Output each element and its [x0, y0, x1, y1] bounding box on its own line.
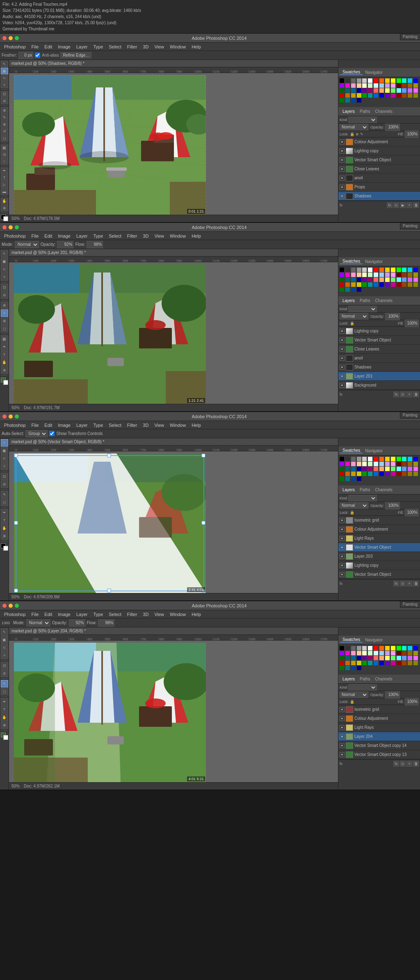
- swatch-color[interactable]: [402, 467, 406, 471]
- swatch-color[interactable]: [408, 472, 412, 476]
- swatch-color[interactable]: [413, 661, 418, 665]
- swatch-color[interactable]: [357, 277, 361, 282]
- swatch-color[interactable]: [340, 661, 344, 665]
- swatch-color[interactable]: [374, 646, 378, 650]
- swatch-color[interactable]: [357, 272, 361, 277]
- menu3-help[interactable]: Help: [189, 423, 203, 428]
- swatch-color[interactable]: [368, 88, 372, 93]
- swatch-color[interactable]: [385, 78, 390, 83]
- crop-tool-4[interactable]: ⊡: [1, 662, 8, 669]
- swatch-color[interactable]: [345, 666, 350, 670]
- magic-wand-tool-3[interactable]: ✧: [1, 463, 8, 470]
- swatch-color[interactable]: [379, 268, 384, 272]
- layer2-background[interactable]: ● Background: [338, 381, 420, 390]
- menu2-filter[interactable]: Filter: [125, 234, 139, 238]
- swatch-color[interactable]: [413, 651, 418, 655]
- swatch-color[interactable]: [357, 98, 361, 103]
- tab-navigator[interactable]: Navigator: [363, 70, 385, 75]
- refine-edge-button[interactable]: Refine Edge...: [60, 52, 91, 58]
- swatch-color[interactable]: [351, 93, 356, 98]
- menu-file[interactable]: File: [29, 44, 41, 49]
- swatch-color[interactable]: [379, 272, 384, 277]
- menu-window[interactable]: Window: [167, 44, 188, 49]
- layer4-vector-copy13[interactable]: ● Vector Smart Object copy 13: [338, 750, 420, 759]
- tab-paths[interactable]: Paths: [357, 109, 373, 114]
- swatch-color[interactable]: [391, 277, 395, 282]
- layer-anvil[interactable]: ● anvil: [338, 174, 420, 183]
- swatch-color[interactable]: [340, 272, 344, 277]
- maximize-button-4[interactable]: [15, 604, 19, 608]
- swatch-color[interactable]: [391, 656, 395, 660]
- swatch-color[interactable]: [408, 88, 412, 93]
- layer-visibility-4[interactable]: ●: [340, 167, 345, 172]
- swatch-color[interactable]: [374, 457, 378, 461]
- eraser-tool-2[interactable]: ◻: [1, 325, 8, 332]
- swatch-color[interactable]: [408, 83, 412, 88]
- menu-filter[interactable]: Filter: [125, 44, 139, 49]
- swatch-color[interactable]: [379, 646, 384, 650]
- gradient-tool-2[interactable]: ▦: [1, 335, 8, 343]
- color-swatches-4[interactable]: [1, 733, 8, 740]
- hand-tool-3[interactable]: ✋: [1, 524, 8, 532]
- eraser-tool-4[interactable]: ◻: [1, 688, 8, 695]
- zoom-tool-3[interactable]: ⊕: [1, 532, 8, 540]
- swatch-color[interactable]: [385, 656, 390, 660]
- move-tool[interactable]: ↖: [1, 61, 8, 67]
- swatch-color[interactable]: [408, 462, 412, 466]
- layer4-colour-adj[interactable]: ● Colour Adjustment: [338, 714, 420, 723]
- menu-help[interactable]: Help: [189, 44, 203, 49]
- swatch-color[interactable]: [385, 457, 390, 461]
- swatch-color[interactable]: [385, 272, 390, 277]
- swatch-color[interactable]: [402, 656, 406, 660]
- swatch-color[interactable]: [357, 78, 361, 83]
- swatch-color[interactable]: [351, 476, 356, 481]
- close-button-4[interactable]: [2, 604, 7, 608]
- swatch-color[interactable]: [362, 457, 367, 461]
- eyedropper-tool-2[interactable]: ⊘: [1, 291, 8, 299]
- swatch-color[interactable]: [397, 268, 401, 272]
- brush-tool-3[interactable]: ✎: [1, 491, 8, 498]
- swatch-color[interactable]: [340, 646, 344, 650]
- swatch-color[interactable]: [368, 277, 372, 282]
- swatch-color[interactable]: [362, 661, 367, 665]
- swatch-color[interactable]: [397, 93, 401, 98]
- swatch-color[interactable]: [351, 83, 356, 88]
- swatch-color[interactable]: [368, 651, 372, 655]
- swatch-color[interactable]: [413, 656, 418, 660]
- swatch-color[interactable]: [357, 268, 361, 272]
- menu-3d[interactable]: 3D: [140, 44, 151, 49]
- menu3-edit[interactable]: Edit: [42, 423, 55, 428]
- swatch-color[interactable]: [362, 462, 367, 466]
- swatch-color[interactable]: [397, 472, 401, 476]
- document-tab-2[interactable]: market.psd @ 50% (Layer 201, RGB/8) *: [9, 249, 338, 256]
- brush-flow-input[interactable]: [87, 241, 103, 248]
- swatch-color[interactable]: [374, 661, 378, 665]
- swatch-color[interactable]: [413, 272, 418, 277]
- swatch-color[interactable]: [397, 78, 401, 83]
- swatch-color[interactable]: [397, 88, 401, 93]
- menu-photoshop[interactable]: Photoshop: [2, 44, 28, 49]
- swatch-color[interactable]: [413, 277, 418, 282]
- swatch-color[interactable]: [379, 282, 384, 287]
- swatch-color[interactable]: [402, 78, 406, 83]
- swatch-color[interactable]: [351, 457, 356, 461]
- layer-kind-filter[interactable]: [348, 117, 377, 123]
- swatch-color[interactable]: [368, 282, 372, 287]
- swatch-color[interactable]: [385, 268, 390, 272]
- menu3-layer[interactable]: Layer: [74, 423, 90, 428]
- swatch-color[interactable]: [362, 83, 367, 88]
- fill-input[interactable]: [405, 131, 419, 138]
- swatch-color[interactable]: [351, 268, 356, 272]
- brush-mode-select[interactable]: Normal: [15, 241, 39, 248]
- swatch-color[interactable]: [368, 646, 372, 650]
- menu4-type[interactable]: Type: [91, 612, 105, 617]
- swatch-color[interactable]: [391, 282, 395, 287]
- pen-tool-2[interactable]: ✒: [1, 343, 8, 350]
- document-tab-3[interactable]: market.psd @ 50% (Vector Smart Object, R…: [9, 438, 338, 446]
- magic-wand-tool[interactable]: ✧: [1, 82, 8, 88]
- swatch-color[interactable]: [357, 646, 361, 650]
- swatch-color[interactable]: [368, 656, 372, 660]
- tab-paths-3[interactable]: Paths: [357, 488, 373, 492]
- tab-swatches[interactable]: Swatches: [340, 70, 363, 75]
- swatch-color[interactable]: [374, 88, 378, 93]
